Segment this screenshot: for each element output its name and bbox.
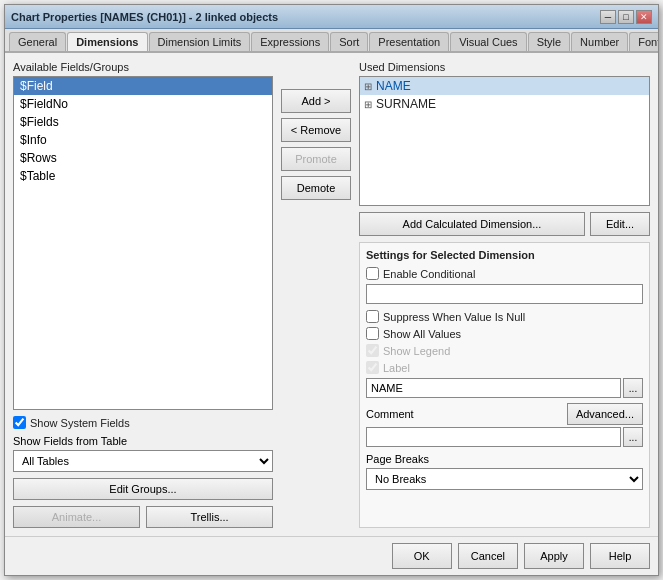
label-check-row: Label (366, 361, 643, 374)
page-breaks-select[interactable]: No Breaks (366, 468, 643, 490)
suppress-null-checkbox[interactable] (366, 310, 379, 323)
show-legend-checkbox[interactable] (366, 344, 379, 357)
tab-presentation[interactable]: Presentation (369, 32, 449, 51)
field-item-1[interactable]: $FieldNo (14, 95, 272, 113)
show-system-fields-checkbox[interactable] (13, 416, 26, 429)
title-bar: Chart Properties [NAMES (CH01)] - 2 link… (5, 5, 658, 29)
tab-visual-cues[interactable]: Visual Cues (450, 32, 527, 51)
enable-conditional-checkbox[interactable] (366, 267, 379, 280)
show-all-values-label: Show All Values (383, 328, 461, 340)
left-panel: Available Fields/Groups $Field $FieldNo … (13, 61, 273, 528)
show-fields-combo-wrapper: All Tables (13, 450, 273, 472)
label-input[interactable] (366, 378, 621, 398)
add-calc-button[interactable]: Add Calculated Dimension... (359, 212, 585, 236)
dim-item-0[interactable]: ⊞ NAME (360, 77, 649, 95)
demote-button[interactable]: Demote (281, 176, 351, 200)
tab-general[interactable]: General (9, 32, 66, 51)
comment-input[interactable] (366, 427, 621, 447)
available-fields-label: Available Fields/Groups (13, 61, 273, 73)
main-window: Chart Properties [NAMES (CH01)] - 2 link… (4, 4, 659, 576)
page-breaks-label: Page Breaks (366, 453, 643, 465)
edit-groups-button[interactable]: Edit Groups... (13, 478, 273, 500)
show-legend-label: Show Legend (383, 345, 450, 357)
show-system-fields-row: Show System Fields (13, 416, 273, 429)
available-fields-list[interactable]: $Field $FieldNo $Fields $Info $Rows $Tab… (13, 76, 273, 410)
dim-expand-icon-1: ⊞ (364, 99, 372, 110)
settings-group: Settings for Selected Dimension Enable C… (359, 242, 650, 528)
dim-expand-icon-0: ⊞ (364, 81, 372, 92)
animate-button[interactable]: Animate... (13, 506, 140, 528)
suppress-null-row: Suppress When Value Is Null (366, 310, 643, 323)
label-dots-button[interactable]: ... (623, 378, 643, 398)
tab-font[interactable]: Font (629, 32, 658, 51)
label-checkbox[interactable] (366, 361, 379, 374)
tab-dimensions[interactable]: Dimensions (67, 32, 147, 53)
promote-button[interactable]: Promote (281, 147, 351, 171)
show-all-values-checkbox[interactable] (366, 327, 379, 340)
tab-expressions[interactable]: Expressions (251, 32, 329, 51)
field-item-4[interactable]: $Rows (14, 149, 272, 167)
tab-style[interactable]: Style (528, 32, 570, 51)
dim-item-1[interactable]: ⊞ SURNAME (360, 95, 649, 113)
used-dims-label: Used Dimensions (359, 61, 650, 73)
content-area: Available Fields/Groups $Field $FieldNo … (5, 53, 658, 536)
tabs-row: General Dimensions Dimension Limits Expr… (5, 29, 658, 53)
comment-dots-button[interactable]: ... (623, 427, 643, 447)
remove-button[interactable]: < Remove (281, 118, 351, 142)
minimize-button[interactable]: ─ (600, 10, 616, 24)
close-button[interactable]: ✕ (636, 10, 652, 24)
label-input-row: ... (366, 378, 643, 398)
show-system-fields-label: Show System Fields (30, 417, 130, 429)
page-breaks-section: Page Breaks No Breaks (366, 453, 643, 490)
ok-button[interactable]: OK (392, 543, 452, 569)
tab-sort[interactable]: Sort (330, 32, 368, 51)
add-calc-edit-row: Add Calculated Dimension... Edit... (359, 212, 650, 236)
cancel-button[interactable]: Cancel (458, 543, 518, 569)
settings-title: Settings for Selected Dimension (366, 249, 643, 261)
window-title: Chart Properties [NAMES (CH01)] - 2 link… (11, 11, 278, 23)
dim-label-1: SURNAME (376, 97, 436, 111)
comment-label-text: Comment (366, 408, 414, 420)
comment-row: Comment Advanced... ... (366, 403, 643, 447)
show-all-values-row: Show All Values (366, 327, 643, 340)
page-breaks-combo-wrapper: No Breaks (366, 468, 643, 490)
main-area: Available Fields/Groups $Field $FieldNo … (13, 61, 650, 528)
field-item-0[interactable]: $Field (14, 77, 272, 95)
comment-label-row: Comment Advanced... (366, 403, 643, 425)
edit-dim-button[interactable]: Edit... (590, 212, 650, 236)
enable-conditional-row: Enable Conditional (366, 267, 643, 280)
field-item-3[interactable]: $Info (14, 131, 272, 149)
enable-conditional-label: Enable Conditional (383, 268, 475, 280)
animate-trellis-row: Animate... Trellis... (13, 506, 273, 528)
label-row: ... (366, 378, 643, 398)
advanced-button[interactable]: Advanced... (567, 403, 643, 425)
bottom-bar: OK Cancel Apply Help (5, 536, 658, 575)
show-fields-section: Show Fields from Table All Tables (13, 435, 273, 472)
tab-number[interactable]: Number (571, 32, 628, 51)
maximize-button[interactable]: □ (618, 10, 634, 24)
dim-label-0: NAME (376, 79, 411, 93)
show-legend-row: Show Legend (366, 344, 643, 357)
title-buttons: ─ □ ✕ (600, 10, 652, 24)
apply-button[interactable]: Apply (524, 543, 584, 569)
used-dims-list[interactable]: ⊞ NAME ⊞ SURNAME (359, 76, 650, 206)
label-check-label: Label (383, 362, 410, 374)
show-fields-combo[interactable]: All Tables (13, 450, 273, 472)
suppress-null-label: Suppress When Value Is Null (383, 311, 525, 323)
field-item-2[interactable]: $Fields (14, 113, 272, 131)
field-item-5[interactable]: $Table (14, 167, 272, 185)
help-button[interactable]: Help (590, 543, 650, 569)
tab-dimension-limits[interactable]: Dimension Limits (149, 32, 251, 51)
show-fields-from-label: Show Fields from Table (13, 435, 273, 447)
conditional-input[interactable] (366, 284, 643, 304)
trellis-button[interactable]: Trellis... (146, 506, 273, 528)
add-button[interactable]: Add > (281, 89, 351, 113)
right-panel: Used Dimensions ⊞ NAME ⊞ SURNAME Add Cal… (359, 61, 650, 528)
middle-buttons: Add > < Remove Promote Demote (281, 61, 351, 528)
